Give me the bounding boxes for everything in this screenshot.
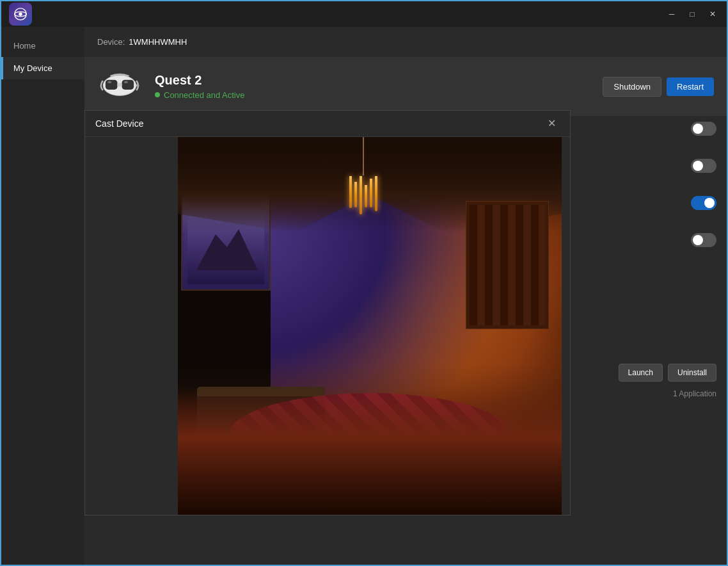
status-text: Connected and Active — [164, 90, 244, 100]
device-status: Connected and Active — [155, 90, 590, 100]
uninstall-button[interactable]: Uninstall — [668, 364, 716, 382]
chandelier-light — [354, 182, 357, 207]
toggle-3[interactable] — [691, 196, 716, 210]
chandelier-light — [375, 176, 377, 211]
device-id: 1WMHHWMHH — [129, 37, 187, 47]
launch-button[interactable]: Launch — [619, 364, 663, 382]
toggle-1[interactable] — [691, 122, 716, 136]
sidebar-item-home[interactable]: Home — [1, 35, 84, 57]
cast-device-panel: Cast Device ✕ — [84, 110, 571, 515]
shutdown-button[interactable]: Shutdown — [603, 77, 661, 97]
toggle-4-knob — [693, 235, 703, 245]
chandelier-light — [370, 179, 372, 207]
device-label: Device: — [97, 37, 125, 47]
sidebar: Home My Device — [1, 27, 84, 566]
app-container: Home My Device Device: 1WMHHWMHH — [1, 27, 727, 566]
cast-close-button[interactable]: ✕ — [544, 117, 560, 130]
chandelier-light — [360, 176, 362, 214]
maximize-button[interactable]: □ — [683, 7, 701, 21]
sidebar-item-my-device[interactable]: My Device — [1, 57, 84, 79]
svg-point-2 — [19, 12, 22, 16]
toggle-row-4 — [660, 233, 716, 247]
toggle-3-knob — [704, 198, 715, 208]
main-content: Device: 1WMHHWMHH — [84, 27, 727, 566]
svg-point-8 — [136, 84, 139, 87]
vr-scene — [178, 137, 562, 515]
chandelier-light — [349, 176, 352, 208]
close-button[interactable]: ✕ — [704, 7, 722, 21]
scene-chandelier — [344, 137, 383, 252]
chandelier-lights — [347, 175, 379, 215]
svg-point-10 — [124, 81, 128, 84]
cast-device-header: Cast Device ✕ — [85, 111, 570, 137]
toggle-row-3 — [660, 196, 716, 210]
headset-image — [97, 68, 142, 106]
app-logo — [9, 3, 32, 26]
scene-bookshelf — [466, 201, 549, 329]
toggle-1-knob — [693, 124, 703, 134]
device-header: Device: 1WMHHWMHH — [84, 27, 727, 58]
svg-rect-6 — [122, 80, 134, 90]
toggle-2[interactable] — [691, 159, 716, 173]
svg-rect-7 — [118, 83, 122, 86]
bottom-actions: Launch Uninstall — [619, 364, 716, 382]
toggle-2-knob — [693, 161, 703, 171]
titlebar: ─ □ ✕ — [1, 1, 727, 27]
chandelier-chain — [363, 137, 364, 175]
device-info: Quest 2 Connected and Active — [155, 73, 590, 101]
svg-rect-5 — [106, 80, 118, 90]
cast-device-title: Cast Device — [95, 118, 143, 129]
scene-floor — [178, 387, 562, 515]
chandelier-body — [351, 175, 376, 252]
toggle-4[interactable] — [691, 233, 716, 247]
device-actions: Shutdown Restart — [603, 77, 714, 97]
toggle-row-2 — [660, 159, 716, 173]
toggle-row-1 — [660, 122, 716, 136]
restart-button[interactable]: Restart — [667, 77, 714, 96]
status-dot — [155, 92, 160, 97]
svg-point-9 — [107, 81, 111, 84]
window-controls: ─ □ ✕ — [663, 7, 722, 21]
minimize-button[interactable]: ─ — [663, 7, 681, 21]
app-count: 1 Application — [673, 389, 716, 398]
device-card: Quest 2 Connected and Active Shutdown Re… — [84, 58, 727, 116]
device-name: Quest 2 — [155, 73, 590, 88]
chandelier-light — [365, 185, 367, 207]
settings-panel — [650, 109, 727, 260]
